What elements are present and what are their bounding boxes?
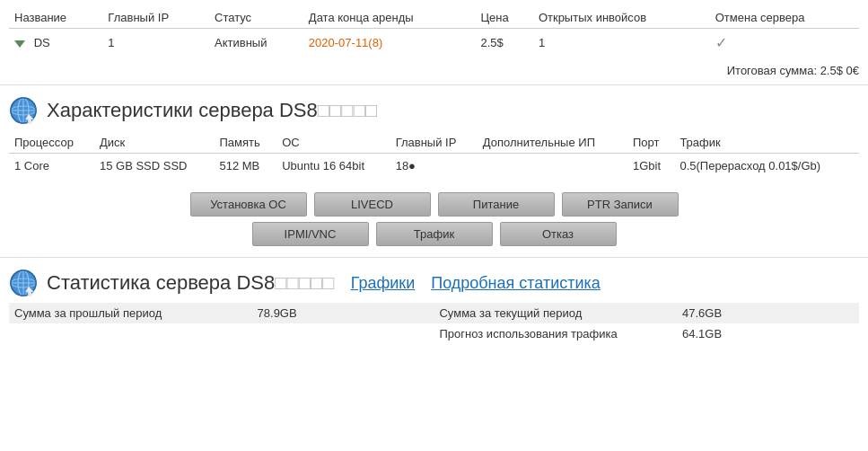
cancel-check-icon[interactable]: ✓ [715,35,727,50]
characteristics-icon [9,96,38,125]
spec-col-port: Порт [627,132,674,154]
stats-label-4: Прогноз использования трафика [434,323,677,344]
spec-col-disk: Диск [94,132,214,154]
action-buttons-section: Установка ОС LIVECD Питание PTR Записи I… [0,185,868,257]
stats-value-4: 64.1GB [677,323,859,344]
stats-table: Сумма за прошлый период 78.9GB Сумма за … [9,303,859,344]
server-price-cell: 2.5$ [475,29,532,57]
livecd-button[interactable]: LIVECD [314,192,431,217]
stats-title: Статистика сервера DS8□□□□□ [47,271,335,295]
col-date: Дата конца аренды [303,7,476,29]
server-name: DS [34,36,50,49]
server-cancel-cell: ✓ [710,29,859,57]
spec-col-extra-ip: Дополнительные ИП [478,132,627,154]
ipmi-vnc-button[interactable]: IPMI/VNC [252,222,369,246]
col-price: Цена [475,7,532,29]
server-date: 2020-07-11(8) [309,36,382,49]
specs-section: Процессор Диск Память ОС Главный IP Допо… [0,132,868,185]
spec-col-os: ОС [276,132,390,154]
table-row: DS 1 Активный 2020-07-11(8) 2.5$ 1 ✓ [9,29,859,57]
spec-traffic: 0.5(Перерасход 0.01$/Gb) [674,154,859,179]
spec-port: 1Gbit [627,154,674,179]
stats-header: Статистика сервера DS8□□□□□ Графики Подр… [0,258,868,303]
characteristics-header: Характеристики сервера DS8□□□□□ [0,85,868,132]
stats-section: Статистика сервера DS8□□□□□ Графики Подр… [0,257,868,351]
col-cancel: Отмена сервера [710,7,859,29]
spec-os: Ubuntu 16 64bit [276,154,390,179]
col-invoices: Открытых инвойсов [533,7,710,29]
spec-col-ip: Главный IP [390,132,478,154]
spec-col-ram: Память [214,132,276,154]
stats-value-3 [252,323,434,344]
traffic-button[interactable]: Трафик [376,222,493,246]
specs-table: Процессор Диск Память ОС Главный IP Допо… [9,132,859,178]
install-os-button[interactable]: Установка ОС [190,192,307,217]
spec-col-traffic: Трафик [674,132,859,154]
action-buttons-row-1: Установка ОС LIVECD Питание PTR Записи [190,192,679,217]
ptr-records-button[interactable]: PTR Записи [562,192,679,217]
col-status: Статус [209,7,303,29]
server-name-cell: DS [9,29,102,57]
stats-label-2: Сумма за текущий период [434,303,677,323]
spec-disk: 15 GB SSD SSD [94,154,214,179]
specs-row: 1 Core 15 GB SSD SSD 512 MB Ubuntu 16 64… [9,154,859,179]
server-status-cell: Активный [209,29,303,57]
spec-cpu: 1 Core [9,154,94,179]
spec-extra-ip [478,154,627,179]
top-table-section: Название Главный IP Статус Дата конца ар… [0,0,868,60]
stats-value-2: 47.6GB [677,303,859,323]
expand-arrow-icon[interactable] [14,40,25,48]
server-ip-cell: 1 [102,29,209,57]
spec-ip: 18● [390,154,478,179]
total-sum-label: Итоговая сумма: 2.5$ 0€ [727,64,859,77]
stats-icon [9,269,38,297]
spec-col-cpu: Процессор [9,132,94,154]
stats-label-3 [9,323,252,344]
action-buttons-row-2: IPMI/VNC Трафик Отказ [252,222,617,246]
server-date-cell: 2020-07-11(8) [303,29,476,57]
power-button[interactable]: Питание [438,192,555,217]
col-name: Название [9,7,102,29]
stats-value-1: 78.9GB [252,303,434,323]
characteristics-title: Характеристики сервера DS8□□□□□ [47,99,377,122]
stats-row-2: Прогноз использования трафика 64.1GB [9,323,859,344]
col-ip: Главный IP [102,7,209,29]
stats-row-1: Сумма за прошлый период 78.9GB Сумма за … [9,303,859,323]
servers-table: Название Главный IP Статус Дата конца ар… [9,7,859,57]
total-sum-row: Итоговая сумма: 2.5$ 0€ [0,60,868,84]
graphs-link[interactable]: Графики [351,274,416,293]
refuse-button[interactable]: Отказ [500,222,617,246]
spec-ram: 512 MB [214,154,276,179]
detailed-stats-link[interactable]: Подробная статистика [431,274,601,293]
server-invoices-cell: 1 [533,29,710,57]
stats-label-1: Сумма за прошлый период [9,303,252,323]
stats-table-wrapper: Сумма за прошлый период 78.9GB Сумма за … [0,303,868,351]
